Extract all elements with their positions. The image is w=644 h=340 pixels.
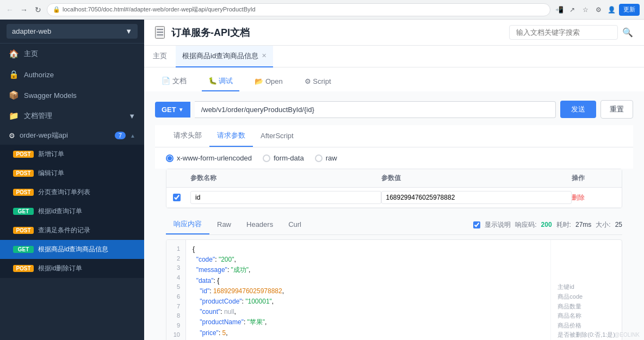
param-name-input-id[interactable] — [190, 191, 381, 204]
folder-icon: 📁 — [9, 111, 18, 121]
api-group-section[interactable]: ⚙ order-wep端api 7 ▲ — [0, 126, 144, 145]
browser-bar: ← → ↻ 🔒 localhost:7050/doc.html#/adapter… — [0, 0, 644, 20]
back-button[interactable]: ← — [4, 4, 15, 15]
code-content: { "code": "200", "message": "成功", "data"… — [186, 240, 550, 340]
params-tabs: 请求头部 请求参数 AfterScript — [155, 125, 633, 147]
browser-actions: 📲 ↗ ☆ ⚙ 👤 更新 — [554, 4, 640, 16]
search-button[interactable]: 🔍 — [622, 27, 633, 38]
url-input[interactable] — [195, 101, 556, 118]
page-header-left: ☰ 订单服务-API文档 — [155, 26, 250, 39]
line-numbers: 1234567891011121314151617 — [166, 240, 186, 340]
api-item-6[interactable]: POST 根据id删除订单 — [0, 259, 144, 278]
send-button[interactable]: 发送 — [560, 101, 596, 118]
api-item-3[interactable]: GET 根据id查询订单 — [0, 202, 144, 221]
status-label: 响应码: — [515, 220, 536, 230]
sidebar-item-swagger-models[interactable]: 📦 Swagger Models — [0, 85, 144, 106]
delete-param-button[interactable]: 删除 — [572, 193, 615, 202]
debug-icon: 🐛 — [208, 77, 217, 85]
menu-toggle-button[interactable]: ☰ — [155, 26, 165, 39]
response-tab-curl[interactable]: Curl — [281, 216, 309, 234]
api-group-label: order-wep端api — [20, 131, 110, 140]
cast-button[interactable]: 📲 — [554, 4, 565, 15]
radio-dot-formdata — [263, 154, 270, 162]
api-selector-dropdown[interactable]: adapter-web ▼ — [7, 24, 138, 39]
radio-raw[interactable]: raw — [315, 154, 337, 162]
sidebar-item-authorize[interactable]: 🔒 Authorize — [0, 64, 144, 85]
sidebar-item-authorize-label: Authorize — [24, 71, 54, 79]
bookmark-button[interactable]: ☆ — [580, 4, 591, 15]
secondary-nav: 📄 文档 🐛 调试 📂 Open ⚙ Script — [144, 67, 644, 91]
method-badge-3: GET — [13, 208, 34, 215]
comment-column: 主键id商品code商品数量商品名称商品价格是否被删除(0:否,1:是)创建人创… — [550, 240, 622, 340]
sidebar-item-home[interactable]: 🏠 主页 — [0, 44, 144, 64]
page-title: 订单服务-API文档 — [171, 26, 250, 39]
col-param-name: 参数名称 — [190, 174, 381, 183]
update-button[interactable]: 更新 — [619, 4, 640, 16]
param-row-id: 删除 — [166, 188, 622, 208]
sec-nav-doc[interactable]: 📄 文档 — [155, 72, 193, 91]
share-button[interactable]: ↗ — [567, 4, 578, 15]
reset-button[interactable]: 重置 — [600, 100, 633, 119]
size-label: 大小: — [596, 220, 610, 230]
top-nav: 主页 根据商品id查询商品信息 ✕ — [144, 46, 644, 67]
method-badge-4: POST — [13, 227, 34, 234]
tab-query-product[interactable]: 根据商品id查询商品信息 ✕ — [176, 46, 273, 67]
page-header: ☰ 订单服务-API文档 🔍 — [144, 20, 644, 46]
show-desc-checkbox[interactable] — [473, 221, 480, 228]
params-table: 参数名称 参数值 操作 删除 — [166, 169, 622, 208]
lock-icon: 🔒 — [53, 6, 60, 13]
sec-nav-script[interactable]: ⚙ Script — [298, 73, 338, 91]
lock-icon: 🔒 — [9, 70, 18, 79]
sec-nav-open[interactable]: 📂 Open — [248, 73, 289, 91]
extension-button[interactable]: ⚙ — [593, 4, 604, 15]
sidebar-item-file-mgmt[interactable]: 📁 文档管理 ▼ — [0, 106, 144, 126]
api-test-content: GET ▼ 发送 重置 请求头部 请求参数 AfterScript x-www — [144, 91, 644, 340]
api-item-label-6: 根据id删除订单 — [38, 264, 82, 273]
method-badge-5: GET — [13, 246, 34, 253]
api-item-4[interactable]: POST 查满足条件的记录 — [0, 221, 144, 240]
params-tab-headers[interactable]: 请求头部 — [166, 125, 209, 147]
open-icon: 📂 — [255, 77, 263, 85]
api-item-2[interactable]: POST 分页查询订单列表 — [0, 183, 144, 202]
response-tab-content[interactable]: 响应内容 — [166, 215, 209, 234]
forward-button[interactable]: → — [18, 4, 29, 15]
sidebar-item-home-label: 主页 — [24, 49, 38, 59]
params-tab-params[interactable]: 请求参数 — [209, 125, 253, 147]
sidebar-item-filemgmt-label: 文档管理 — [24, 111, 52, 121]
api-item-5[interactable]: GET 根据商品id查询商品信息 — [0, 240, 144, 259]
api-item-0[interactable]: POST 新增订单 — [0, 145, 144, 164]
api-item-label-5: 根据商品id查询商品信息 — [38, 245, 108, 254]
address-bar[interactable]: 🔒 localhost:7050/doc.html#/adapter-web/o… — [47, 3, 550, 16]
time-label: 耗时: — [556, 220, 571, 230]
col-param-value: 参数值 — [381, 174, 572, 183]
search-bar: 🔍 — [509, 25, 633, 40]
reload-button[interactable]: ↻ — [33, 4, 44, 15]
api-item-label-4: 查满足条件的记录 — [38, 226, 90, 235]
radio-dot-urlencoded — [166, 154, 174, 162]
params-tab-afterscript[interactable]: AfterScript — [253, 126, 301, 146]
response-tab-headers[interactable]: Headers — [239, 216, 281, 234]
api-item-label-3: 根据id查询订单 — [38, 207, 82, 216]
radio-dot-raw — [315, 154, 323, 162]
sidebar-navigation: 🏠 主页 🔒 Authorize 📦 Swagger Models 📁 文档管理… — [0, 44, 144, 278]
param-checkbox-id[interactable] — [173, 194, 181, 201]
tab-main[interactable]: 主页 — [153, 46, 167, 67]
response-meta: 显示说明 响应码: 200 耗时: 27ms 大小: 25 — [473, 220, 622, 230]
response-tabs-row: 响应内容 Raw Headers Curl 显示说明 响应码: 200 耗时: … — [166, 215, 622, 235]
sec-nav-debug[interactable]: 🐛 调试 — [202, 72, 240, 91]
api-item-label-1: 编辑订单 — [38, 169, 64, 178]
profile-button[interactable]: 👤 — [606, 4, 617, 15]
tab-close-icon[interactable]: ✕ — [262, 52, 267, 59]
encoding-radio-group: x-www-form-urlencoded form-data raw — [155, 147, 633, 169]
param-value-input-id[interactable] — [381, 191, 572, 204]
radio-form-urlencoded[interactable]: x-www-form-urlencoded — [166, 154, 252, 162]
search-input[interactable] — [509, 25, 618, 40]
time-value: 27ms — [575, 221, 591, 228]
api-item-1[interactable]: POST 编辑订单 — [0, 164, 144, 183]
radio-form-data[interactable]: form-data — [263, 154, 304, 162]
radio-formdata-label: form-data — [274, 154, 304, 162]
response-tab-raw[interactable]: Raw — [209, 216, 239, 234]
sidebar-item-swagger-label: Swagger Models — [24, 91, 77, 100]
tab-query-product-label: 根据商品id查询商品信息 — [182, 51, 258, 61]
method-select[interactable]: GET ▼ — [155, 102, 190, 118]
